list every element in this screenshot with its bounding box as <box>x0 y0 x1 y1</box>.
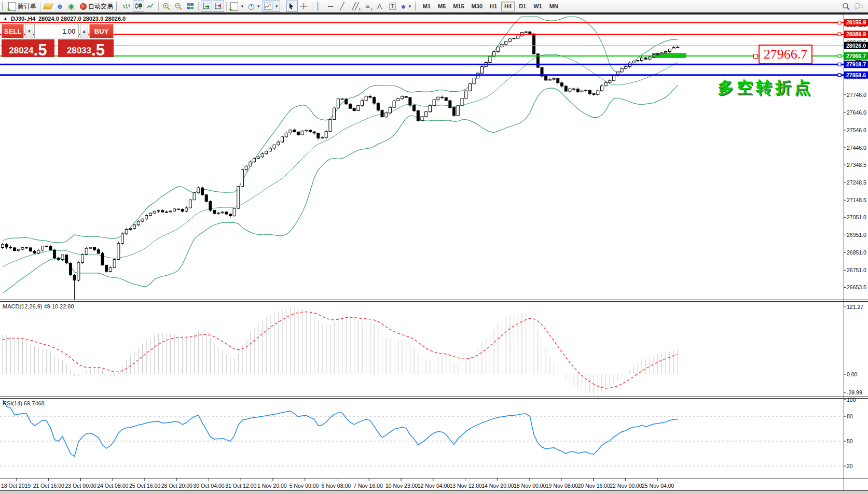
timeframe-w1-button[interactable]: W1 <box>530 2 545 11</box>
time-axis-label: 25 Nov 04:00 <box>642 483 674 489</box>
zoom-out-button[interactable] <box>173 1 184 12</box>
toolbar-separator <box>198 2 199 11</box>
price-tick-label: 26951.0 <box>847 232 866 238</box>
timeframe-m1-button[interactable]: M1 <box>420 2 434 11</box>
cursor-button[interactable] <box>286 1 298 12</box>
trendline-icon: ╱ <box>340 3 344 10</box>
volume-increase-button[interactable]: ▲ <box>80 24 88 38</box>
zoom-in-icon <box>162 3 171 10</box>
volume-decrease-button[interactable]: ▼ <box>25 24 33 38</box>
new-chart-button[interactable]: ▼ <box>229 1 246 12</box>
macd-values: 49.10 22.80 <box>44 303 74 309</box>
time-axis-label: 7 Nov 16:00 <box>353 483 383 489</box>
auto-scroll-button[interactable] <box>201 1 212 12</box>
price-tick-label: 26653.5 <box>847 284 866 290</box>
timeframe-m5-button[interactable]: M5 <box>435 2 449 11</box>
time-axis-label: 13 Nov 12:00 <box>450 483 483 489</box>
time-axis-label: 12 Nov 04:00 <box>418 483 450 489</box>
search-button[interactable] <box>841 1 852 12</box>
chart-canvas[interactable]: 28141.028042.527944.027843.527746.027646… <box>0 0 868 494</box>
crosshair-button[interactable] <box>298 1 310 12</box>
crosshair-icon <box>300 3 308 10</box>
time-axis-label: 24 Oct 08:00 <box>97 483 128 489</box>
callout-anchor-marker[interactable] <box>753 54 758 59</box>
zoom-in-button[interactable] <box>161 1 172 12</box>
timeframe-mn-button[interactable]: MN <box>546 2 561 11</box>
new-order-button[interactable]: 新订单 <box>7 1 38 12</box>
vertical-line-icon: │ <box>316 3 321 10</box>
time-axis-label: 25 Oct 16:00 <box>129 483 160 489</box>
toolbar-separator <box>312 2 312 11</box>
new-order-label: 新订单 <box>18 2 36 11</box>
time-axis[interactable]: 18 Oct 201921 Oct 16:0023 Oct 00:0024 Oc… <box>1 478 674 489</box>
buy-button[interactable]: BUY <box>89 24 114 38</box>
timeframe-m15-button[interactable]: M15 <box>450 2 467 11</box>
rsi-axis-label: 100 <box>847 397 856 403</box>
candlestick-chart-button[interactable] <box>133 1 144 12</box>
channel-button[interactable]: ╱╱ E <box>350 1 363 12</box>
price-axis[interactable]: 28141.028042.527944.027843.527746.027646… <box>844 22 866 469</box>
bar-chart-button[interactable] <box>121 1 132 12</box>
chart-header: ▲ DJ30-,H4 28024.0 28027.0 28023.0 28026… <box>3 16 126 22</box>
line-chart-button[interactable] <box>145 1 156 12</box>
price-tick-label: 27646.0 <box>847 109 866 116</box>
candlesticks <box>2 30 679 300</box>
auto-scroll-icon <box>202 3 210 10</box>
symbol-period-label: DJ30-,H4 <box>11 16 35 22</box>
eraser-button[interactable] <box>43 1 54 12</box>
label-tool-button[interactable]: T <box>388 1 399 12</box>
signal-icon: ◉ <box>68 3 74 10</box>
price-callout-box[interactable]: 27966.7 <box>759 45 812 64</box>
macd-axis-label: -39.99 <box>847 389 862 396</box>
signal-button[interactable]: ◉ <box>66 1 78 12</box>
fibonacci-button[interactable]: ≡ F <box>364 1 375 12</box>
horizontal-lines[interactable] <box>0 21 844 77</box>
price-tag-label: 28089.9 <box>846 31 866 37</box>
trendline-button[interactable]: ╱ <box>338 1 350 12</box>
macd-axis-label: 121.27 <box>847 304 863 310</box>
timeframe-h1-button[interactable]: H1 <box>487 2 500 11</box>
chat-button[interactable] <box>852 1 865 12</box>
arrow-shapes-button[interactable]: ◆▼ <box>399 1 413 12</box>
chinese-annotation[interactable]: 多空转折点 <box>718 77 814 98</box>
price-tick-label: 26851.0 <box>847 249 866 256</box>
fibonacci-letter: F <box>371 7 374 11</box>
arrow-shapes-icon: ◆ <box>401 4 405 9</box>
price-tick-label: 27148.5 <box>847 197 866 203</box>
time-axis-label: 10 Nov 23:00 <box>385 483 418 489</box>
time-axis-label: 28 Oct 20:00 <box>161 483 192 489</box>
sell-button[interactable]: SELL <box>2 24 24 38</box>
tile-windows-button[interactable] <box>185 1 196 12</box>
chevron-down-icon: ▼ <box>408 4 412 9</box>
volume-input[interactable] <box>34 24 79 38</box>
indicators-button[interactable]: ▼ <box>263 1 280 12</box>
bollinger-middle-band <box>3 54 678 267</box>
macd-signal-line <box>3 312 678 388</box>
sell-price-box[interactable]: 28024 .5 <box>2 39 54 57</box>
profile-button[interactable]: ☻ <box>54 1 66 12</box>
horizontal-line-icon: ─ <box>328 3 333 10</box>
macd-axis-label: 0.00 <box>847 371 858 377</box>
timeframe-h4-button[interactable]: H4 <box>501 2 515 11</box>
tile-windows-icon <box>186 3 194 10</box>
auto-trading-button[interactable]: 自动交易 <box>78 1 115 12</box>
vertical-line-button[interactable]: │ <box>314 1 326 12</box>
toolbar-separator <box>158 2 159 11</box>
chart-shift-button[interactable] <box>213 1 224 12</box>
periods-button[interactable]: ◷▼ <box>246 1 262 12</box>
indicators-icon <box>264 3 272 10</box>
line-chart-icon <box>146 3 154 10</box>
bar-chart-icon <box>122 3 130 10</box>
horizontal-line-button[interactable]: ─ <box>326 1 338 12</box>
timeframe-d1-button[interactable]: D1 <box>516 2 529 11</box>
timeframe-m30-button[interactable]: M30 <box>469 2 486 11</box>
sell-price-main: 28024 <box>9 46 33 57</box>
text-tool-button[interactable]: A <box>376 1 387 12</box>
time-axis-label: 5 Nov 00:00 <box>290 483 319 489</box>
collapse-marker-icon[interactable]: ▲ <box>3 16 8 21</box>
rsi-level-lines <box>0 416 844 466</box>
ohlc-values: 28024.0 28027.0 28023.0 28026.0 <box>38 16 126 22</box>
mt4-window: 28141.028042.527944.027843.527746.027646… <box>0 0 868 494</box>
toolbar-grip <box>116 2 119 11</box>
buy-price-box[interactable]: 28033 .5 <box>58 39 114 57</box>
